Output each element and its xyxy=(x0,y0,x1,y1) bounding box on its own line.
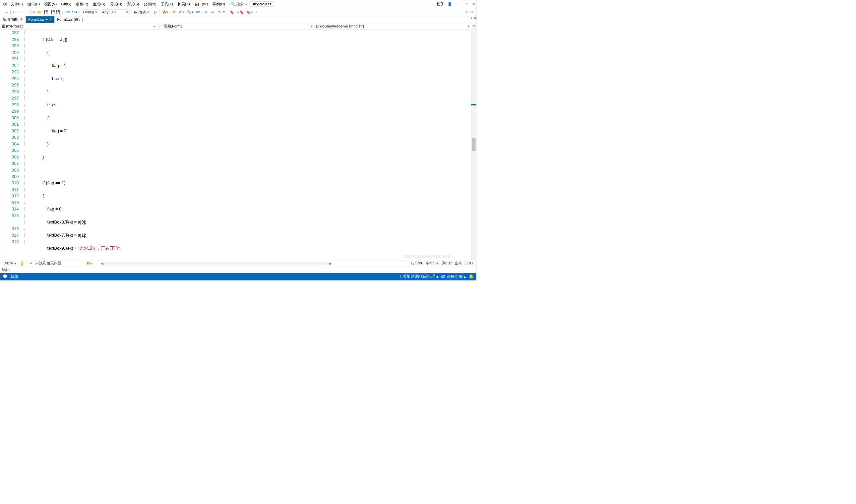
chevron-down-icon: ▾ xyxy=(467,24,469,29)
config-combo[interactable]: Debug▾ xyxy=(81,10,99,15)
find-icon[interactable]: 🔍▾ xyxy=(186,10,194,15)
main-toolbar: ⋮▸ ◯← → 📄▾ 📂 💾 💾💾 ↶▾ ↷▾ Debug▾ Any CPU▾ … xyxy=(0,8,476,16)
indent-less-icon[interactable]: ⇤ xyxy=(204,10,209,15)
horizontal-scrollbar[interactable] xyxy=(104,263,328,265)
pin-icon[interactable]: 📌 xyxy=(19,18,23,21)
tab-label: Form1.cs xyxy=(29,17,44,22)
menu-help[interactable]: 帮助(H) xyxy=(213,1,225,6)
code-area[interactable]: if (Da == a[j]) { flag = 1; break; } els… xyxy=(28,30,471,260)
abc-icon[interactable]: abc xyxy=(195,10,201,14)
bookmark-list-icon[interactable]: ▾ xyxy=(255,10,258,15)
start-debug-button[interactable]: ▶启动▾ xyxy=(133,9,150,15)
issues-text[interactable]: 未找到相关问题 xyxy=(35,261,61,266)
live-share-icon[interactable]: ⇪ xyxy=(465,10,468,14)
output-panel-header[interactable]: 输出 xyxy=(0,266,476,273)
tab-overflow-icon[interactable]: ▾ xyxy=(470,16,472,22)
comment-icon[interactable]: ≡ xyxy=(217,10,221,14)
line-indicator[interactable]: 行: 206 xyxy=(411,261,423,266)
vertical-scrollbar[interactable] xyxy=(471,30,476,260)
hot-reload-icon[interactable]: 🔥▾ xyxy=(161,10,169,15)
repo-select[interactable]: 🗃 选择仓库 ▴ xyxy=(441,274,466,280)
hscroll-left-icon[interactable]: ◀ xyxy=(101,262,103,265)
char-indicator[interactable]: 字符: 26 xyxy=(426,261,440,266)
col-indicator[interactable]: 列: 37 xyxy=(442,261,452,266)
menu-build[interactable]: 生成(B) xyxy=(93,1,105,6)
indent-indicator[interactable]: 空格 xyxy=(454,261,462,266)
menu-view[interactable]: 视图(V) xyxy=(44,1,57,6)
status-ready: 就绪 xyxy=(11,274,18,280)
title-bar: 文件(F) 编辑(E) 视图(V) Git(G) 项目(P) 生成(B) 调试(… xyxy=(0,0,476,8)
eol-indicator[interactable]: CRLF xyxy=(465,261,474,265)
account-icon[interactable]: 👤 xyxy=(447,2,452,6)
signin-button[interactable]: 登录 xyxy=(436,1,444,6)
watermark-text: CSDN @比较喜欢的技术 和 图 xyxy=(404,254,450,259)
search-icon: 🔍 xyxy=(230,2,235,6)
code-editor[interactable]: 2872882892902912922932942952962972982993… xyxy=(0,30,476,260)
menu-test[interactable]: 测试(S) xyxy=(127,1,139,6)
save-all-icon[interactable]: 💾💾 xyxy=(50,10,61,15)
menu-git[interactable]: Git(G) xyxy=(61,2,71,6)
browse-icon[interactable]: 🗗 xyxy=(172,10,178,14)
nav-label: myProject xyxy=(6,24,22,29)
bookmark-prev-icon[interactable]: ◀🔖 xyxy=(236,10,245,15)
code-nav-bar: C# myProject ▾ 🏷 高频.Form1 ▾ ◧ doShowRece… xyxy=(0,23,476,30)
tab-new-features[interactable]: 新增功能 📌 xyxy=(0,16,26,22)
divider xyxy=(229,2,229,6)
play-icon: ▶ xyxy=(135,10,137,14)
pin-icon[interactable]: ⇴ xyxy=(45,18,48,21)
nav-project-scope[interactable]: C# myProject ▾ xyxy=(0,23,157,29)
tab-settings-icon[interactable]: ⚙ xyxy=(474,16,476,22)
menu-project[interactable]: 项目(P) xyxy=(76,1,88,6)
tab-form1-cs[interactable]: Form1.cs ⇴ ✕ xyxy=(26,16,55,22)
search-placeholder: 搜索 xyxy=(236,1,244,6)
start-without-debug-icon[interactable]: ▷ xyxy=(154,10,158,15)
bookmark-icon[interactable]: 🔖 xyxy=(229,10,235,15)
save-icon[interactable]: 💾 xyxy=(43,10,49,15)
redo-icon[interactable]: ↷▾ xyxy=(71,10,78,15)
nav-back-icon[interactable]: ◯← xyxy=(9,10,18,15)
feedback-icon[interactable]: ⚐ xyxy=(470,10,473,14)
solution-name[interactable]: myProject xyxy=(250,1,274,7)
scroll-thumb[interactable] xyxy=(472,138,476,151)
nav-label: doShowReceive(string str) xyxy=(320,24,364,29)
minimize-button[interactable]: — xyxy=(457,2,461,6)
close-icon[interactable]: ✕ xyxy=(49,18,52,21)
nav-class-scope[interactable]: 🏷 高频.Form1 ▾ xyxy=(157,23,314,29)
menu-file[interactable]: 文件(F) xyxy=(11,1,23,6)
screwdriver-icon[interactable]: 🛠▾ xyxy=(87,262,92,265)
output-icon[interactable]: 💬 xyxy=(3,274,8,279)
toolbar-options-icon[interactable]: ⋮▸ xyxy=(1,10,8,15)
menu-window[interactable]: 窗口(W) xyxy=(194,1,208,6)
split-editor-icon[interactable]: ⤲ xyxy=(471,23,476,29)
menu-edit[interactable]: 编辑(E) xyxy=(28,1,40,6)
fold-gutter[interactable]: │││││⌄│││││⌄││││││⌄│││││││⌄│││⌄││ xyxy=(21,30,28,260)
menu-analyze[interactable]: 分析(N) xyxy=(144,1,157,6)
menu-extensions[interactable]: 扩展(X) xyxy=(178,1,190,6)
close-button[interactable]: ✕ xyxy=(472,2,475,6)
platform-combo[interactable]: Any CPU▾ xyxy=(100,10,130,15)
zoom-combo[interactable]: 108 %▾ xyxy=(2,261,17,265)
menu-debug[interactable]: 调试(D) xyxy=(110,1,122,6)
undo-icon[interactable]: ↶▾ xyxy=(64,10,70,15)
tab-label: Form1.cs [设计] xyxy=(57,17,84,22)
maximize-button[interactable]: ▭ xyxy=(465,2,468,6)
lightbulb-icon[interactable]: 💡 xyxy=(20,261,24,265)
indent-more-icon[interactable]: ⇥ xyxy=(210,10,214,15)
notifications-icon[interactable]: 🔔 xyxy=(468,274,474,279)
browse2-icon[interactable]: 🗗▾ xyxy=(178,10,185,15)
tab-form1-design[interactable]: Form1.cs [设计] xyxy=(55,16,86,22)
nav-member-scope[interactable]: ◧ doShowReceive(string str) ▾ xyxy=(314,23,471,29)
hscroll-right-icon[interactable]: ▶ xyxy=(329,262,332,265)
document-tabs: 新增功能 📌 Form1.cs ⇴ ✕ Form1.cs [设计] ▾ ⚙ xyxy=(0,16,476,23)
uncomment-icon[interactable]: ≡ xyxy=(222,10,226,14)
bookmark-next-icon[interactable]: 🔖▶ xyxy=(245,10,254,15)
search-box[interactable]: 🔍 搜索 xyxy=(230,1,247,6)
open-icon[interactable]: 📂 xyxy=(37,10,42,15)
menu-tools[interactable]: 工具(T) xyxy=(161,1,173,6)
chevron-down-icon: ▾ xyxy=(154,24,156,29)
source-control-add[interactable]: ↑ 添加到源代码管理 ▴ xyxy=(399,274,439,280)
new-item-icon[interactable]: 📄▾ xyxy=(28,10,36,15)
status-ok-icon: ✔ xyxy=(30,262,33,265)
editor-status-strip: 108 %▾ 💡 ✔ 未找到相关问题 🛠▾ ◀ ▶ 行: 206 字符: 26 … xyxy=(0,260,476,266)
nav-forward-icon[interactable]: → xyxy=(19,10,24,14)
